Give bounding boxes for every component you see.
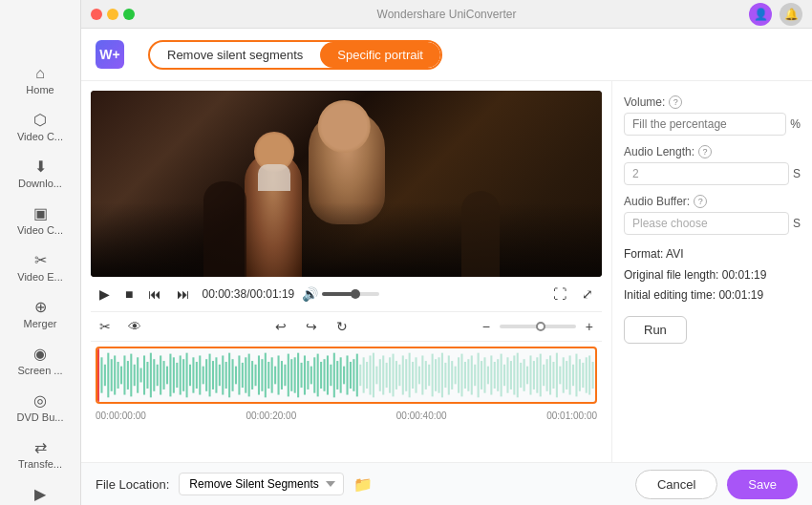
svg-rect-150: [588, 355, 590, 394]
play-button[interactable]: ▶: [96, 284, 114, 304]
sidebar-label-transfer: Transfe...: [18, 458, 62, 470]
svg-rect-16: [150, 353, 152, 398]
svg-rect-18: [157, 365, 159, 386]
bottom-bar: File Location: Remove Silent Segments 📁 …: [81, 462, 812, 505]
audio-length-help-icon[interactable]: ?: [698, 145, 712, 158]
audio-length-input-group: S: [624, 162, 801, 185]
svg-rect-44: [242, 363, 244, 388]
sidebar-item-video-compressor[interactable]: ▣ Video C...: [0, 197, 80, 243]
original-length-info: Original file length: 00:01:19: [624, 265, 801, 286]
cut-button[interactable]: ✂: [96, 317, 115, 336]
svg-rect-25: [180, 355, 182, 394]
minimize-button[interactable]: [107, 9, 118, 20]
video-editor-icon: ✂: [34, 251, 47, 269]
svg-rect-58: [288, 354, 289, 397]
redo-button[interactable]: ↪: [302, 317, 321, 336]
sidebar-label-screen: Screen ...: [17, 365, 62, 376]
svg-rect-122: [497, 359, 499, 391]
time-display: 00:00:38/00:01:19: [202, 287, 294, 301]
sidebar-item-transfer[interactable]: ⇄ Transfe...: [0, 431, 80, 477]
audio-length-label: Audio Length: ?: [624, 145, 801, 158]
svg-rect-4: [111, 359, 113, 391]
volume-slider[interactable]: [322, 292, 379, 296]
svg-rect-39: [225, 362, 227, 389]
volume-control: 🔊: [302, 286, 379, 302]
sidebar-label-dl: Downlo...: [18, 178, 62, 189]
zoom-out-button[interactable]: −: [479, 317, 494, 336]
svg-rect-130: [524, 359, 525, 391]
svg-rect-120: [490, 355, 492, 394]
svg-rect-112: [464, 362, 466, 389]
volume-label: Volume: ?: [624, 95, 801, 109]
svg-rect-82: [366, 362, 368, 389]
volume-thumb[interactable]: [351, 289, 360, 299]
sidebar-item-screen[interactable]: ◉ Screen ...: [0, 337, 80, 384]
initial-time-info: Initial editing time: 00:01:19: [624, 285, 801, 306]
sidebar-item-video-editor[interactable]: ✂ Video E...: [0, 243, 80, 290]
svg-rect-34: [209, 354, 211, 397]
audio-buffer-select[interactable]: Please choose: [624, 212, 789, 235]
svg-rect-100: [425, 361, 427, 389]
stop-button[interactable]: ■: [121, 284, 137, 304]
svg-rect-132: [529, 355, 531, 394]
redo2-button[interactable]: ↻: [332, 317, 352, 336]
sidebar-item-merger[interactable]: ⊕ Merger: [0, 290, 80, 337]
edit-center: ↩ ↪ ↻: [155, 317, 469, 336]
sidebar-item-player[interactable]: ▶ Player: [0, 477, 80, 505]
svg-rect-23: [173, 357, 175, 392]
svg-rect-137: [546, 359, 548, 391]
svg-rect-121: [494, 362, 496, 389]
svg-rect-104: [438, 357, 439, 392]
svg-rect-149: [586, 357, 588, 392]
svg-rect-78: [353, 359, 354, 391]
svg-rect-48: [255, 365, 257, 386]
zoom-slider[interactable]: [500, 325, 576, 328]
zoom-thumb[interactable]: [536, 322, 545, 331]
screen-icon: ◉: [33, 345, 47, 363]
svg-rect-148: [582, 363, 584, 388]
next-button[interactable]: ⏭: [173, 284, 194, 304]
tab-remove-silent[interactable]: Remove silent segments: [150, 42, 320, 68]
maximize-button[interactable]: [123, 9, 135, 20]
svg-rect-66: [313, 357, 315, 392]
expand-button[interactable]: ⤢: [578, 284, 597, 304]
content-area: ▶ ■ ⏮ ⏭ 00:00:38/00:01:19 🔊 ⛶ ⤢: [81, 81, 812, 462]
downloader-icon: ⬇: [34, 158, 47, 176]
file-location-select[interactable]: Remove Silent Segments: [179, 473, 344, 495]
undo-button[interactable]: ↩: [271, 317, 290, 336]
svg-rect-53: [271, 357, 273, 392]
save-button[interactable]: Save: [727, 470, 798, 499]
timeline-labels: 00:00:00:00 00:00:20:00 00:00:40:00 00:0…: [91, 409, 602, 423]
sidebar-item-downloader[interactable]: ⬇ Downlo...: [0, 150, 80, 197]
svg-rect-8: [123, 355, 125, 394]
zoom-in-button[interactable]: +: [582, 317, 597, 336]
preview-button[interactable]: 👁: [124, 317, 145, 336]
volume-help-icon[interactable]: ?: [669, 95, 682, 109]
svg-rect-81: [363, 357, 365, 392]
sidebar-item-dvd[interactable]: ◎ DVD Bu...: [0, 384, 80, 431]
svg-rect-136: [543, 365, 545, 386]
svg-rect-2: [104, 365, 106, 386]
folder-icon[interactable]: 📁: [353, 475, 373, 494]
user-avatar[interactable]: 👤: [749, 3, 772, 26]
run-button[interactable]: Run: [624, 316, 687, 344]
audio-buffer-help-icon[interactable]: ?: [694, 195, 707, 208]
svg-rect-124: [503, 365, 505, 386]
prev-button[interactable]: ⏮: [144, 284, 165, 304]
fullscreen-button[interactable]: ⛶: [549, 284, 570, 304]
sidebar-item-home[interactable]: ⌂ Home: [0, 57, 80, 103]
audio-length-input[interactable]: [624, 162, 789, 185]
waveform-container[interactable]: [96, 347, 597, 404]
svg-rect-68: [320, 362, 322, 389]
volume-input[interactable]: [624, 113, 786, 136]
tab-specific-portrait[interactable]: Specific portrait: [320, 42, 440, 68]
zoom-control: − +: [479, 317, 597, 336]
svg-rect-26: [182, 359, 184, 391]
notification-icon[interactable]: 🔔: [780, 3, 802, 26]
close-button[interactable]: [91, 9, 102, 20]
app-logo: W+: [96, 40, 124, 69]
dvd-icon: ◎: [33, 391, 47, 410]
svg-rect-20: [163, 361, 165, 389]
cancel-button[interactable]: Cancel: [635, 470, 717, 499]
sidebar-item-video-converter[interactable]: ⬡ Video C...: [0, 103, 80, 150]
